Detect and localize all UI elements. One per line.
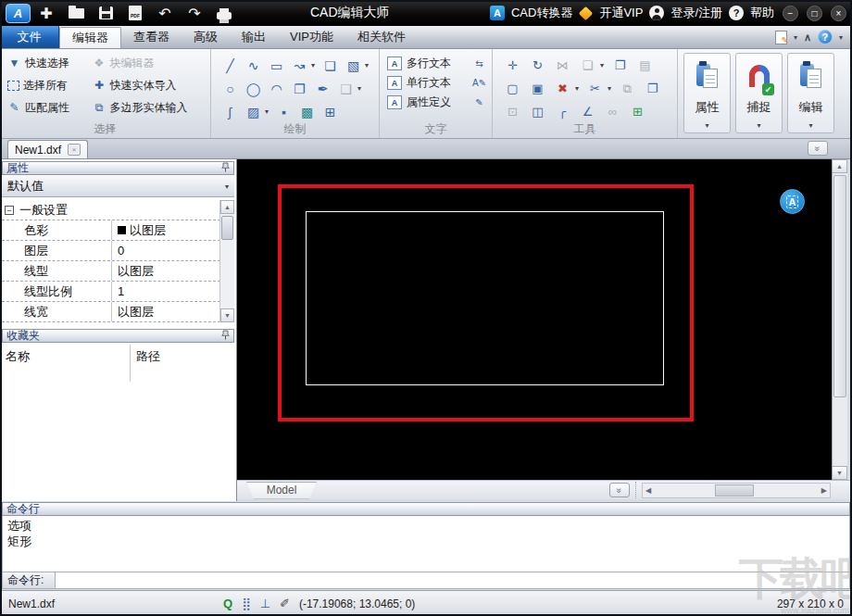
trim-icon[interactable]: ✂ [583, 78, 608, 99]
paste-special-icon[interactable]: ❐ [608, 55, 633, 76]
group-icon[interactable]: ⧉ [615, 78, 640, 99]
save-button[interactable] [92, 2, 119, 24]
point-icon[interactable]: ▪ [272, 101, 295, 122]
match-properties-button[interactable]: ✎ 匹配属性 [7, 100, 87, 116]
pedit-multi-icon[interactable]: ▣ [525, 78, 550, 99]
image-icon[interactable]: ▩ [295, 101, 319, 122]
command-input[interactable] [56, 572, 850, 589]
print-button[interactable] [210, 2, 238, 24]
collapse-ribbon-icon[interactable]: ∧ [804, 31, 811, 44]
freehand-icon[interactable]: ∿ [242, 55, 265, 76]
tab-vip-features[interactable]: VIP功能 [278, 26, 345, 48]
block-editor-button[interactable]: ❖ 块编辑器 [93, 56, 206, 71]
select-all-button[interactable]: 选择所有 [7, 78, 87, 94]
favorites-col-name[interactable]: 名称 [2, 345, 130, 367]
table-row[interactable]: 色彩 以图层 [2, 220, 220, 241]
user-icon[interactable] [649, 6, 664, 20]
trim-caret-icon[interactable]: ▾ [608, 84, 615, 93]
paste-clock-icon[interactable]: ❐ [640, 78, 665, 99]
style-editor-icon[interactable]: ✎ [775, 31, 787, 44]
chamfer-icon[interactable]: ∠ [575, 101, 600, 122]
insert-block-icon[interactable]: ❏ [319, 55, 342, 76]
table-row[interactable]: 线型 以图层 [2, 261, 220, 282]
maximize-button[interactable]: □ [807, 6, 822, 21]
array-icon[interactable]: ▤ [633, 55, 658, 76]
lineweight-toggle-icon[interactable]: ✐ [280, 597, 290, 610]
document-tab[interactable]: New1.dxf × [7, 140, 88, 158]
arc-icon[interactable]: ◠ [265, 78, 288, 99]
quick-entity-import-button[interactable]: ✚ 快速实体导入 [93, 78, 206, 94]
line-icon[interactable]: ╱ [219, 55, 242, 76]
boundary-caret-icon[interactable]: ▾ [365, 61, 372, 69]
tab-close-icon[interactable]: × [68, 144, 81, 156]
property-group-row[interactable]: − 一般设置 [2, 200, 220, 220]
pin-icon[interactable] [221, 330, 230, 343]
move-icon[interactable]: ✛ [500, 55, 525, 76]
model-tab[interactable]: Model [246, 482, 317, 499]
cad-converter-link[interactable]: CAD转换器 [511, 5, 572, 21]
ortho-toggle-icon[interactable]: ⊥ [260, 597, 270, 610]
erase-icon[interactable]: ✖ [550, 78, 575, 99]
osnap-toggle-icon[interactable]: Q [223, 597, 232, 610]
hatch-icon[interactable]: ▨ [242, 101, 265, 122]
login-link[interactable]: 登录/注册 [670, 5, 722, 21]
scroll-thumb[interactable] [833, 175, 846, 397]
scroll-right-icon[interactable]: ▶ [821, 486, 827, 495]
spline-icon[interactable]: ∫ [219, 101, 242, 122]
vip-link[interactable]: 开通VIP [599, 5, 643, 21]
favorites-panel-header[interactable]: 收藏夹 [2, 329, 234, 343]
scroll-down-icon[interactable]: ▼ [833, 466, 847, 480]
new-file-button[interactable]: ✚ [32, 2, 60, 24]
edit-attribute-icon[interactable]: ✎ [472, 95, 486, 109]
tab-viewer[interactable]: 查看器 [121, 26, 182, 48]
scale-icon[interactable]: ⊡ [500, 101, 525, 122]
tab-file[interactable]: 文件 [0, 26, 59, 48]
text-scale-icon[interactable]: ⇆ [472, 57, 486, 70]
scroll-up-icon[interactable]: ▲ [833, 159, 847, 173]
cad-converter-icon[interactable]: A [490, 6, 505, 20]
drawing-canvas[interactable]: A [237, 159, 832, 480]
grid-toggle-icon[interactable]: ⣿ [242, 597, 251, 610]
tab-advanced[interactable]: 高级 [182, 26, 230, 48]
help-circle-icon[interactable]: ? [818, 30, 833, 44]
stext-button[interactable]: A 单行文本 A✎ [387, 75, 486, 91]
polygon-entity-input-button[interactable]: ⧉ 多边形实体输入 [93, 100, 206, 116]
open-file-button[interactable] [62, 2, 90, 24]
offset-caret-icon[interactable]: ▾ [600, 61, 608, 69]
layout-expand-button[interactable]: » [609, 483, 630, 497]
properties-panel-header[interactable]: 属性 [2, 161, 234, 175]
tab-overflow-button[interactable]: » [808, 141, 828, 156]
snap-caret-icon[interactable]: ▾ [757, 121, 760, 130]
tab-output[interactable]: 输出 [230, 26, 278, 48]
quick-select-button[interactable]: ▼ 快速选择 [7, 56, 87, 71]
edit-big-button[interactable]: 编辑 ▾ [787, 53, 834, 133]
polyline-icon[interactable]: ↝ [288, 55, 311, 76]
polyline-caret-icon[interactable]: ▾ [311, 61, 319, 69]
xref-icon[interactable]: ❐ [288, 78, 311, 99]
stretch-icon[interactable]: ◫ [525, 101, 550, 122]
minimize-button[interactable]: − [783, 6, 798, 21]
properties-caret-icon[interactable]: ▾ [705, 121, 708, 130]
rotate-icon[interactable]: ↻ [525, 55, 550, 76]
pen-icon[interactable]: ✒ [311, 78, 334, 99]
rectangle-icon[interactable]: ▭ [265, 55, 288, 76]
canvas-vertical-scrollbar[interactable]: ▲ ▼ [832, 159, 847, 480]
pin-icon[interactable] [221, 162, 230, 175]
boundary-icon[interactable]: ▧ [342, 55, 365, 76]
preset-dropdown[interactable]: 默认值 ▾ [2, 176, 234, 197]
erase-caret-icon[interactable]: ▾ [575, 84, 583, 93]
scroll-up-icon[interactable]: ▲ [220, 200, 234, 214]
vip-diamond-icon[interactable] [579, 6, 594, 20]
pedit-icon[interactable]: ▢ [500, 78, 525, 99]
hatch-caret-icon[interactable]: ▾ [265, 107, 272, 116]
redo-button[interactable]: ↷ [181, 2, 208, 24]
edit-caret-icon[interactable]: ▾ [808, 121, 812, 130]
translate-floating-button[interactable]: A [780, 189, 805, 214]
white-rectangle-entity[interactable] [306, 211, 664, 385]
table-row[interactable]: 线宽 以图层 [2, 302, 220, 322]
style-dropdown-caret-icon[interactable]: ▾ [794, 33, 797, 42]
close-button[interactable]: × [831, 6, 846, 21]
canvas-horizontal-scrollbar[interactable]: ◀ ▶ [642, 483, 831, 498]
snap-big-button[interactable]: ✔ 捕捉 ▾ [735, 53, 783, 133]
mtext-button[interactable]: A 多行文本 ⇆ [387, 56, 486, 71]
